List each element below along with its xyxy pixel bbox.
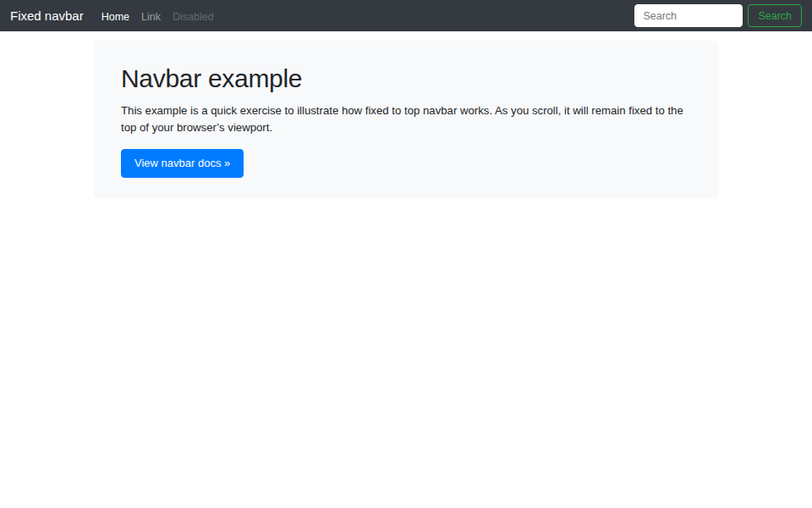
navbar-nav: Home Link Disabled xyxy=(96,8,635,24)
jumbotron: Navbar example This example is a quick e… xyxy=(94,41,718,198)
search-input[interactable] xyxy=(634,4,743,27)
search-button[interactable]: Search xyxy=(748,4,802,27)
view-navbar-docs-button[interactable]: View navbar docs » xyxy=(121,149,244,178)
navbar-search-form: Search xyxy=(634,4,802,27)
intro-text: This example is a quick exercise to illu… xyxy=(121,102,691,137)
nav-item-home[interactable]: Home xyxy=(96,8,135,26)
navbar-brand[interactable]: Fixed navbar xyxy=(10,8,84,23)
nav-item-disabled: Disabled xyxy=(167,8,220,26)
nav-item-link[interactable]: Link xyxy=(135,8,167,26)
top-navbar: Fixed navbar Home Link Disabled Search xyxy=(0,0,812,31)
page-title: Navbar example xyxy=(121,63,691,95)
